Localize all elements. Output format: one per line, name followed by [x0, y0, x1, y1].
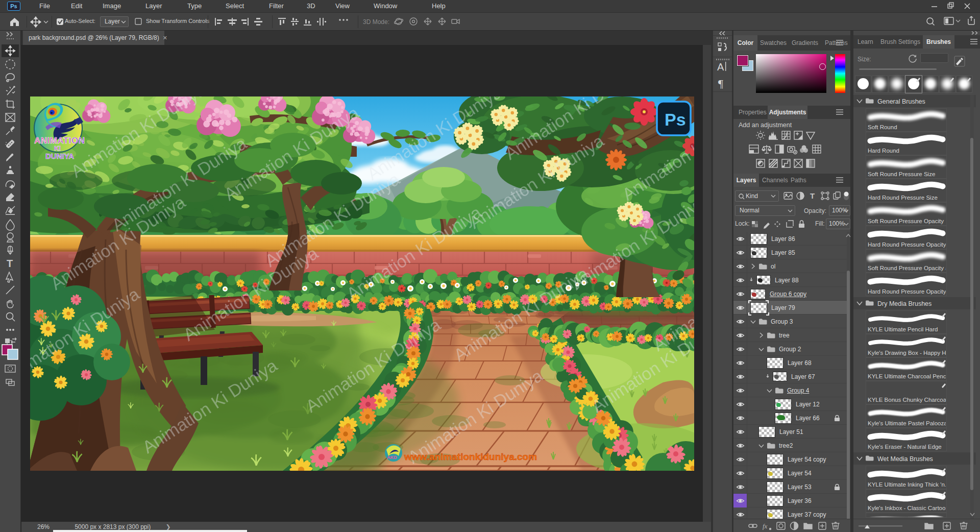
- svg-text:T: T: [810, 191, 815, 200]
- svg-text:Ps: Ps: [665, 110, 686, 129]
- svg-text:Wet Media Brushes: Wet Media Brushes: [877, 455, 933, 463]
- svg-text:KI: KI: [54, 144, 61, 152]
- svg-text:3D Mode:: 3D Mode:: [363, 18, 389, 26]
- svg-text:¶: ¶: [718, 77, 723, 90]
- svg-text:DUNIYA: DUNIYA: [45, 152, 74, 160]
- svg-text:T: T: [7, 258, 13, 269]
- svg-text:General Brushes: General Brushes: [877, 98, 925, 105]
- svg-text:AKD: AKD: [387, 455, 397, 460]
- svg-text:www.animationkiduniya.com: www.animationkiduniya.com: [404, 451, 537, 462]
- svg-text:A: A: [717, 61, 724, 72]
- svg-text:Dry Media Brushes: Dry Media Brushes: [877, 300, 932, 307]
- svg-text:fx: fx: [763, 522, 768, 530]
